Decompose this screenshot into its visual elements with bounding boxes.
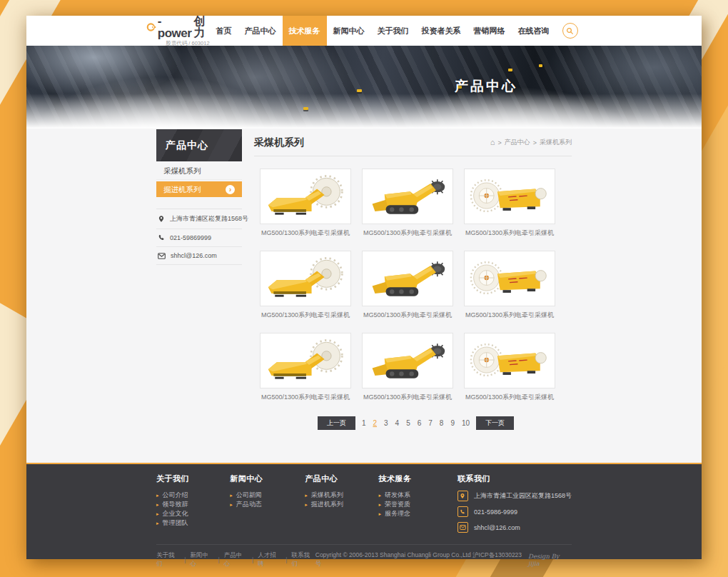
product-name: MG500/1300系列电牵引采煤机 bbox=[260, 311, 351, 320]
page-number-8[interactable]: 8 bbox=[439, 419, 445, 427]
bottom-link-contact[interactable]: 联系我们 bbox=[292, 551, 315, 568]
footer-link[interactable]: ▸产品动态 bbox=[230, 500, 305, 509]
footer-link[interactable]: ▸服务理念 bbox=[379, 509, 457, 518]
sidebar-item-roadheader-series[interactable]: 掘进机系列 › bbox=[156, 181, 242, 197]
nav-item-investor[interactable]: 投资者关系 bbox=[415, 16, 467, 46]
home-icon[interactable]: ⌂ bbox=[490, 139, 495, 146]
breadcrumb-separator: > bbox=[497, 139, 501, 146]
bullet-icon: ▸ bbox=[230, 500, 233, 509]
footer-link[interactable]: ▸研发体系 bbox=[379, 491, 457, 500]
footer-col-title: 新闻中心 bbox=[230, 473, 305, 484]
breadcrumb-separator: > bbox=[533, 139, 537, 146]
logo-text-zh: 创力 bbox=[193, 16, 209, 39]
banner-title: 产品中心 bbox=[455, 77, 517, 96]
search-icon bbox=[566, 27, 574, 35]
footer-col-title: 关于我们 bbox=[156, 473, 230, 484]
footer-col-about: 关于我们 ▸公司介绍 ▸领导致辞 ▸企业文化 ▸管理团队 bbox=[156, 473, 230, 538]
nav-item-marketing[interactable]: 营销网络 bbox=[467, 16, 512, 46]
product-card[interactable]: MG500/1300系列电牵引采煤机 bbox=[362, 251, 453, 320]
breadcrumb-products[interactable]: 产品中心 bbox=[505, 138, 530, 147]
sidebar-address-row: 上海市青浦区崧复路1568号 bbox=[156, 209, 242, 229]
footer-link[interactable]: ▸掘进机系列 bbox=[305, 500, 378, 509]
page-number-2-current[interactable]: 2 bbox=[372, 419, 378, 427]
bottom-link-careers[interactable]: 人才招聘 bbox=[258, 551, 281, 568]
sidebar-email-row: shhcl@126.com bbox=[156, 247, 242, 265]
footer-link[interactable]: ▸公司新闻 bbox=[230, 491, 305, 500]
sidebar-item-label: 掘进机系列 bbox=[163, 181, 201, 197]
product-card[interactable]: MG500/1300系列电牵引采煤机 bbox=[464, 333, 555, 402]
bullet-icon: ▸ bbox=[156, 518, 159, 528]
prev-page-button[interactable]: 上一页 bbox=[318, 416, 355, 430]
footer-link[interactable]: ▸荣誉资质 bbox=[379, 500, 457, 509]
bullet-icon: ▸ bbox=[379, 491, 382, 500]
page-number-6[interactable]: 6 bbox=[417, 419, 423, 427]
bottom-link-about[interactable]: 关于我们 bbox=[156, 551, 180, 568]
product-card[interactable]: MG500/1300系列电牵引采煤机 bbox=[464, 251, 555, 320]
product-card[interactable]: MG500/1300系列电牵引采煤机 bbox=[464, 169, 555, 238]
footer-col-title: 产品中心 bbox=[305, 473, 378, 484]
bottom-link-products[interactable]: 产品中心 bbox=[224, 551, 248, 568]
sidebar-email: shhcl@126.com bbox=[171, 252, 217, 259]
breadcrumb: ⌂ > 产品中心 > 采煤机系列 bbox=[490, 138, 572, 147]
pipe-separator: | bbox=[184, 556, 186, 563]
c-power-logo-icon bbox=[146, 20, 156, 34]
sidebar-item-shearer-series[interactable]: 采煤机系列 bbox=[156, 161, 242, 180]
pagination: 上一页 1 2 3 4 5 6 7 8 9 10 下一页 bbox=[260, 416, 572, 430]
page-number-7[interactable]: 7 bbox=[428, 419, 433, 427]
footer-link[interactable]: ▸管理团队 bbox=[156, 518, 230, 528]
product-card[interactable]: MG500/1300系列电牵引采煤机 bbox=[362, 169, 453, 238]
copyright-text: Copyright © 2006-2013 Shanghai Chuangli … bbox=[315, 551, 524, 568]
product-image-shearer-disc bbox=[260, 333, 351, 388]
sidebar-item-label: 采煤机系列 bbox=[163, 161, 201, 180]
nav-item-products[interactable]: 产品中心 bbox=[238, 16, 283, 46]
footer-link[interactable]: ▸企业文化 bbox=[156, 509, 230, 518]
product-name: MG500/1300系列电牵引采煤机 bbox=[260, 393, 351, 402]
nav-item-online-consult[interactable]: 在线咨询 bbox=[512, 16, 556, 46]
footer-link[interactable]: ▸公司介绍 bbox=[156, 491, 230, 500]
product-card[interactable]: MG500/1300系列电牵引采煤机 bbox=[260, 169, 351, 238]
nav-item-home[interactable]: 首页 bbox=[210, 16, 238, 46]
bullet-icon: ▸ bbox=[305, 500, 308, 509]
footer-link[interactable]: ▸领导致辞 bbox=[156, 500, 230, 509]
nav-item-about[interactable]: 关于我们 bbox=[371, 16, 415, 46]
main-panel: 采煤机系列 ⌂ > 产品中心 > 采煤机系列 MG500/1300系列电牵引采煤… bbox=[254, 129, 572, 430]
product-name: MG500/1300系列电牵引采煤机 bbox=[260, 229, 351, 238]
nav-item-news[interactable]: 新闻中心 bbox=[327, 16, 371, 46]
product-card[interactable]: MG500/1300系列电牵引采煤机 bbox=[362, 333, 453, 402]
product-name: MG500/1300系列电牵引采煤机 bbox=[362, 393, 453, 402]
logo-text-en: -power bbox=[158, 15, 192, 39]
page-title: 采煤机系列 bbox=[254, 136, 304, 149]
page-number-10[interactable]: 10 bbox=[461, 419, 470, 427]
product-image-roadheader bbox=[362, 169, 453, 224]
product-image-wheel-cutter bbox=[464, 169, 555, 224]
product-image-shearer-disc bbox=[260, 251, 351, 306]
footer-link[interactable]: ▸采煤机系列 bbox=[305, 491, 378, 500]
product-name: MG500/1300系列电牵引采煤机 bbox=[464, 311, 555, 320]
website-page: -power 创力 股票代码 / 603012 首页 产品中心 技术服务 新闻中… bbox=[26, 16, 702, 559]
footer-col-news: 新闻中心 ▸公司新闻 ▸产品动态 bbox=[230, 473, 305, 538]
page-number-4[interactable]: 4 bbox=[395, 419, 400, 427]
product-name: MG500/1300系列电牵引采煤机 bbox=[464, 229, 555, 238]
footer-col-title: 联系我们 bbox=[457, 473, 572, 484]
nav-item-tech-service[interactable]: 技术服务 bbox=[283, 16, 327, 46]
footer-bottom-bar: 关于我们 | 新闻中心 | 产品中心 | 人才招聘 | 联系我们 Copyrig… bbox=[156, 544, 572, 568]
product-card[interactable]: MG500/1300系列电牵引采煤机 bbox=[260, 251, 351, 320]
location-pin-icon bbox=[158, 215, 165, 223]
brand-logo[interactable]: -power 创力 股票代码 / 603012 bbox=[146, 15, 210, 46]
page-number-5[interactable]: 5 bbox=[405, 419, 411, 427]
search-button[interactable] bbox=[562, 23, 578, 39]
product-image-shearer-disc bbox=[260, 169, 351, 224]
breadcrumb-current: 采煤机系列 bbox=[540, 138, 572, 147]
footer-col-tech: 技术服务 ▸研发体系 ▸荣誉资质 ▸服务理念 bbox=[379, 473, 457, 538]
page-number-1[interactable]: 1 bbox=[361, 419, 367, 427]
product-image-wheel-cutter bbox=[464, 333, 555, 388]
next-page-button[interactable]: 下一页 bbox=[476, 416, 514, 430]
page-number-9[interactable]: 9 bbox=[450, 419, 455, 427]
product-image-wheel-cutter bbox=[464, 251, 555, 306]
product-card[interactable]: MG500/1300系列电牵引采煤机 bbox=[260, 333, 351, 402]
truck-in-photo bbox=[303, 107, 308, 110]
bottom-link-news[interactable]: 新闻中心 bbox=[190, 551, 213, 568]
page-number-3[interactable]: 3 bbox=[383, 419, 389, 427]
bullet-icon: ▸ bbox=[156, 509, 159, 518]
pipe-separator: | bbox=[285, 556, 287, 563]
